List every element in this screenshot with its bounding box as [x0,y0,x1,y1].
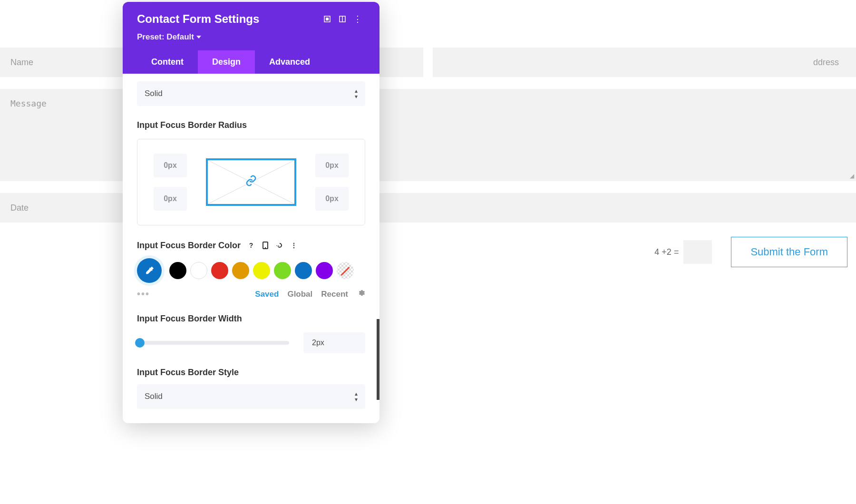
color-swatch-black[interactable] [169,262,186,279]
style-label: Input Focus Border Style [137,368,365,378]
color-label: Input Focus Border Color ? ⋮ [137,240,365,251]
color-swatch-orange[interactable] [232,262,249,279]
color-swatch-red[interactable] [211,262,228,279]
border-style-select-top[interactable]: Solid ▴▾ [137,81,365,106]
color-swatch-green[interactable] [274,262,291,279]
fullscreen-icon[interactable] [320,11,335,27]
tab-bar: Content Design Advanced [137,50,365,74]
color-swatch-none[interactable] [337,262,354,279]
radius-tr[interactable]: 0px [315,154,349,177]
palette-more-icon[interactable]: ••• [137,289,150,300]
color-swatch-white[interactable] [190,262,207,279]
color-swatch-yellow[interactable] [253,262,270,279]
preset-dropdown[interactable]: Preset: Default [137,32,365,42]
border-style-select-bottom[interactable]: Solid ▴▾ [137,384,365,409]
width-value[interactable]: 2px [303,332,365,353]
reset-icon[interactable] [274,240,285,251]
tab-design[interactable]: Design [198,50,255,74]
responsive-icon[interactable] [260,240,271,251]
width-label: Input Focus Border Width [137,314,365,324]
radius-tl[interactable]: 0px [154,154,187,177]
layout-icon[interactable] [335,11,350,27]
sort-icon: ▴▾ [355,88,358,99]
width-slider[interactable] [137,341,289,345]
sort-icon: ▴▾ [355,391,358,402]
panel-header: Contact Form Settings ⋮ Preset: Default … [123,2,379,74]
radius-br[interactable]: 0px [315,187,349,211]
color-palette [137,258,365,283]
color-swatch-purple[interactable] [316,262,333,279]
palette-recent[interactable]: Recent [321,290,348,299]
palette-tabs: ••• Saved Global Recent [137,289,365,300]
radius-label: Input Focus Border Radius [137,120,365,130]
captcha-label: 4 +2 = [654,247,679,257]
color-swatch-blue[interactable] [295,262,312,279]
svg-rect-1 [326,18,329,20]
tab-content[interactable]: Content [137,50,198,74]
gear-icon[interactable] [357,289,365,300]
email-field[interactable] [433,48,856,77]
settings-panel: Contact Form Settings ⋮ Preset: Default … [123,2,379,423]
resize-grip-icon[interactable]: ◢ [850,173,854,179]
scrollbar[interactable] [377,319,379,400]
radius-editor: 0px 0px 0px 0px [137,139,365,225]
caret-down-icon [196,36,201,39]
palette-saved[interactable]: Saved [255,290,279,299]
slider-thumb[interactable] [135,338,145,348]
width-slider-row: 2px [137,332,365,353]
palette-global[interactable]: Global [287,290,312,299]
more-options-icon[interactable]: ⋮ [288,240,300,251]
panel-body: Solid ▴▾ Input Focus Border Radius 0px 0… [123,81,379,423]
help-icon[interactable]: ? [245,240,257,251]
captcha-input[interactable] [683,240,712,264]
panel-title: Contact Form Settings [137,12,320,26]
radius-bl[interactable]: 0px [154,187,187,211]
radius-preview[interactable] [206,158,296,206]
submit-button[interactable]: Submit the Form [731,237,847,267]
tab-advanced[interactable]: Advanced [255,50,324,74]
link-icon[interactable] [245,175,257,189]
more-icon[interactable]: ⋮ [350,11,365,27]
color-eyedropper[interactable] [137,258,162,283]
